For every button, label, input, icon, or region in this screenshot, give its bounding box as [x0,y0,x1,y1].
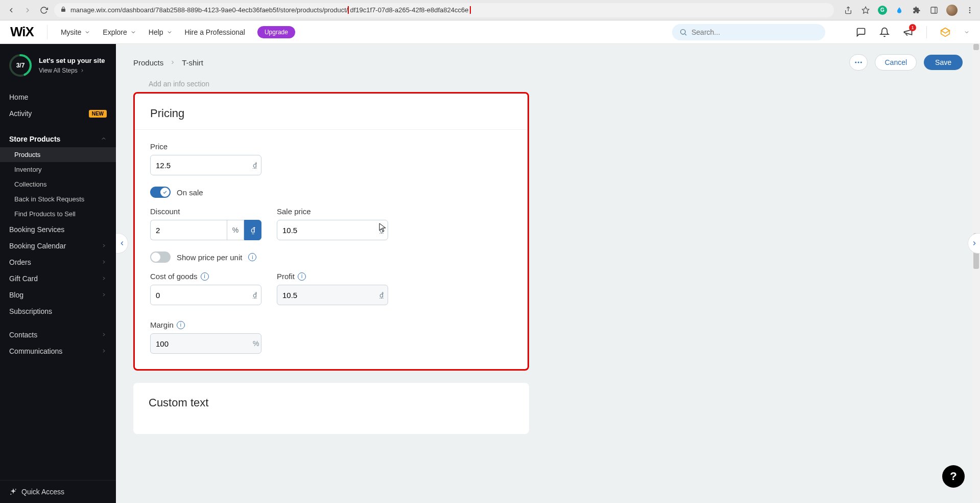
sidebar-item-home[interactable]: Home [0,89,116,105]
help-fab[interactable]: ? [942,465,965,488]
setup-progress[interactable]: 3/7 Let's set up your site View All Step… [0,44,116,87]
sidebar-sub-products[interactable]: Products [0,147,116,162]
cost-of-goods-label: Cost of goods [150,272,198,281]
sidebar-item-blog[interactable]: Blog [0,287,116,303]
cost-of-goods-input[interactable] [156,291,253,300]
sidebar-sub-collections[interactable]: Collections [0,177,116,192]
notifications-icon[interactable] [879,27,890,37]
chevron-down-icon[interactable] [964,29,970,35]
cost-of-goods-input-wrap[interactable]: ₫ [150,285,261,305]
app-switcher-icon[interactable] [940,27,950,37]
info-icon[interactable]: i [177,321,185,329]
sale-price-input-wrap[interactable]: ₫ [277,220,388,240]
pricing-title: Pricing [150,107,512,120]
profit-label: Profit [277,272,295,281]
browser-actions: G [838,5,975,16]
sidebar-item-store-products[interactable]: Store Products [0,131,116,147]
setup-title: Let's set up your site [39,57,105,65]
discount-input-wrap[interactable] [150,220,227,240]
scroll-up-arrow[interactable] [973,44,979,50]
more-actions-button[interactable] [849,54,868,71]
url-highlighted-segment: df19c1f7-07d8-a265-42f8-e8dfa824cc6e [348,6,470,14]
discount-label: Discount [150,207,261,216]
inbox-icon[interactable] [856,27,866,37]
svg-rect-2 [931,7,937,13]
panel-icon[interactable] [929,5,939,15]
share-icon[interactable] [843,5,853,15]
currency-unit: ₫ [379,226,384,234]
chevron-right-icon [101,276,107,282]
chevron-right-icon [101,243,107,249]
announcements-icon[interactable]: 1 [903,27,913,37]
discount-percent-button[interactable]: % [227,220,244,240]
global-search[interactable] [672,24,825,40]
info-icon[interactable]: i [201,272,209,281]
upgrade-button[interactable]: Upgrade [257,26,295,38]
url-text: manage.wix.com/dashboard/78ab2588-889b-4… [70,6,471,14]
sparkle-icon [9,488,17,496]
chevron-right-icon [101,332,107,338]
explore-menu[interactable]: Explore [103,28,136,36]
extension-drop-icon[interactable] [894,5,904,15]
kebab-menu-icon[interactable] [965,5,975,15]
sidebar-item-subscriptions[interactable]: Subscriptions [0,303,116,319]
breadcrumb: Products T-shirt [133,58,203,67]
progress-ring: 3/7 [8,53,33,78]
sidebar-item-contacts[interactable]: Contacts [0,327,116,343]
check-icon [162,190,168,195]
sale-price-input[interactable] [282,226,379,235]
svg-point-4 [969,7,971,9]
view-steps-link[interactable]: View All Steps [39,67,105,74]
wix-logo[interactable]: WiX [10,24,34,40]
sidebar-item-orders[interactable]: Orders [0,254,116,270]
discount-currency-button[interactable]: ₫ [244,220,261,240]
progress-text: 3/7 [8,53,33,78]
help-menu[interactable]: Help [149,28,173,36]
currency-unit: ₫ [253,162,257,169]
info-icon[interactable]: i [248,253,256,261]
quick-access-button[interactable]: Quick Access [0,480,116,503]
profile-avatar[interactable] [946,5,958,16]
save-button[interactable]: Save [924,55,963,70]
star-icon[interactable] [861,5,871,15]
cancel-button[interactable]: Cancel [875,54,917,71]
chevron-right-icon [80,68,85,73]
search-input[interactable] [691,28,818,36]
back-button[interactable] [5,4,17,16]
on-sale-toggle[interactable] [150,187,171,198]
sidebar-item-gift-card[interactable]: Gift Card [0,270,116,287]
currency-unit: ₫ [253,291,257,299]
forward-button[interactable] [21,4,34,16]
extensions-icon[interactable] [912,5,922,15]
add-info-section-link[interactable]: Add an info section [149,80,963,88]
sidebar-item-activity[interactable]: Activity NEW [0,105,116,122]
profit-value [282,291,379,300]
chevron-down-icon [166,29,173,35]
address-bar[interactable]: manage.wix.com/dashboard/78ab2588-889b-4… [54,3,834,17]
svg-marker-1 [862,7,869,13]
sidebar-sub-find-products[interactable]: Find Products to Sell [0,207,116,221]
sidebar-sub-inventory[interactable]: Inventory [0,162,116,177]
reload-button[interactable] [38,4,50,16]
price-input-wrap[interactable]: ₫ [150,155,261,175]
sidebar: 3/7 Let's set up your site View All Step… [0,44,116,503]
custom-text-card: Custom text [133,383,529,434]
info-icon[interactable]: i [298,272,306,281]
sidebar-item-booking-services[interactable]: Booking Services [0,221,116,238]
percent-unit: % [253,339,259,348]
toggle-knob [151,253,160,262]
margin-label: Margin [150,321,174,329]
extension-grammarly-icon[interactable]: G [878,6,887,15]
sidebar-sub-back-in-stock[interactable]: Back in Stock Requests [0,192,116,207]
price-label: Price [150,142,512,151]
sidebar-item-booking-calendar[interactable]: Booking Calendar [0,238,116,254]
on-sale-label: On sale [177,188,203,197]
breadcrumb-products[interactable]: Products [133,58,163,67]
svg-point-14 [858,62,859,63]
svg-point-11 [15,489,16,490]
site-selector[interactable]: Mysite [61,28,90,36]
hire-professional-link[interactable]: Hire a Professional [185,28,245,36]
price-input[interactable] [156,161,253,170]
sidebar-item-communications[interactable]: Communications [0,343,116,359]
price-per-unit-toggle[interactable] [150,252,171,263]
